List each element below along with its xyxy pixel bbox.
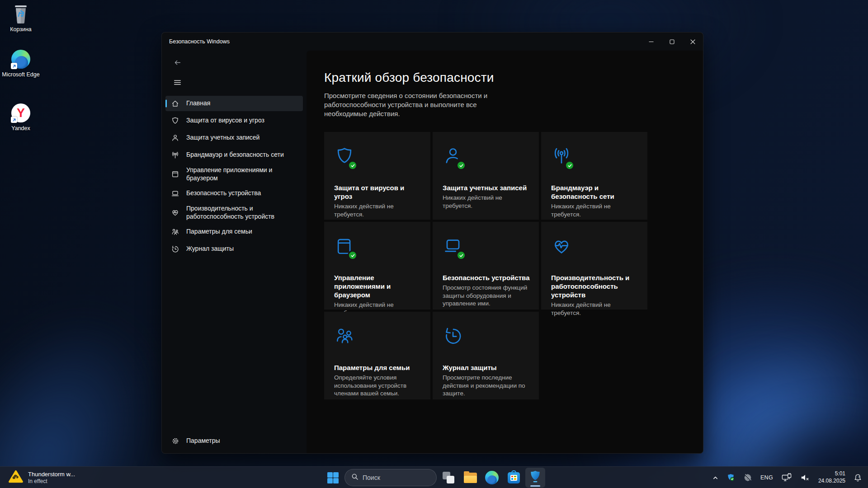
menu-button[interactable] [170, 75, 184, 89]
history-icon [443, 341, 463, 348]
ok-check-icon [348, 250, 358, 260]
tray-notification-bell-icon[interactable]: z [850, 469, 865, 487]
selection-indicator [165, 100, 167, 108]
sidebar-item-app-browser-control[interactable]: Управление приложениями и браузером [165, 164, 303, 184]
weather-widget-status: In effect [28, 478, 75, 484]
task-view-icon [443, 472, 454, 483]
ok-check-icon [456, 160, 466, 170]
tray-clock[interactable]: 5:01 24.08.2025 [815, 469, 849, 487]
store-button[interactable] [504, 468, 524, 488]
app-browser-icon [171, 170, 179, 178]
desktop: { "desktop": { "icons": [ { "label": "Ко… [0, 0, 868, 488]
file-explorer-button[interactable] [460, 468, 480, 488]
desktop-icon-label: Yandex [11, 125, 30, 131]
sidebar-item-account-protection[interactable]: Защита учетных записей [165, 130, 303, 145]
card-family-options[interactable]: Параметры для семьи Определяйте условия … [324, 312, 430, 399]
desktop-icon-yandex[interactable]: Y Yandex [0, 103, 42, 131]
titlebar[interactable]: Безопасность Windows [162, 33, 703, 51]
sidebar-item-device-health[interactable]: Производительность и работоспособность у… [165, 203, 303, 222]
shield-icon [334, 161, 355, 169]
tray-language-indicator[interactable]: ENG [757, 469, 776, 487]
ok-check-icon [348, 160, 358, 170]
page-title: Краткий обзор безопасности [324, 70, 703, 85]
windows-security-button[interactable] [525, 468, 545, 488]
maximize-button[interactable] [661, 33, 682, 50]
ok-check-icon [456, 250, 466, 260]
sidebar-item-protection-history[interactable]: Журнал защиты [165, 241, 303, 257]
card-description: Никаких действий не требуется. [334, 202, 421, 218]
sidebar-item-label: Управление приложениями и браузером [186, 166, 275, 182]
store-icon [508, 472, 520, 483]
weather-warning-icon [8, 470, 24, 485]
card-title: Журнал защиты [443, 363, 530, 372]
sidebar-item-device-security[interactable]: Безопасность устройства [165, 186, 303, 201]
task-view-button[interactable] [439, 468, 458, 488]
card-firewall[interactable]: Брандмауэр и безопасность сети Никаких д… [541, 132, 647, 220]
sidebar-item-label: Производительность и работоспособность у… [186, 205, 275, 221]
app-browser-icon [334, 251, 355, 258]
sidebar-item-label: Защита учетных записей [186, 134, 259, 142]
start-button[interactable] [323, 468, 343, 488]
card-description: Определяйте условия использования устрой… [334, 374, 421, 398]
search-input[interactable] [363, 474, 426, 481]
sidebar-item-home[interactable]: Главная [165, 96, 303, 111]
card-description: Никаких действий не требуется. [551, 202, 638, 218]
desktop-icon-edge[interactable]: Microsoft Edge [0, 49, 42, 78]
family-icon [334, 341, 355, 348]
history-icon [171, 245, 179, 253]
tray-muted-speaker-icon[interactable] [797, 469, 813, 487]
shield-icon [171, 117, 179, 125]
recycle-bin-icon [10, 4, 31, 24]
sidebar-item-family-options[interactable]: Параметры для семьи [165, 224, 303, 239]
ok-check-icon [565, 160, 575, 170]
main-content: Краткий обзор безопасности Просмотрите с… [307, 51, 703, 453]
windows-security-window: Безопасность Windows [161, 32, 703, 454]
weather-widget-title: Thunderstorm w... [28, 471, 75, 478]
card-device-security[interactable]: Безопасность устройства Просмотр состоян… [433, 222, 539, 310]
tray-no-internet-icon[interactable] [740, 469, 755, 487]
tray-hardware-icon[interactable] [778, 469, 795, 487]
gear-icon [171, 437, 179, 446]
svg-text:z: z [859, 475, 860, 478]
health-icon [551, 251, 572, 258]
close-button[interactable] [682, 33, 703, 50]
tray-chevron-up-icon[interactable] [709, 469, 722, 487]
sidebar-nav: Главная Защита от вирусов и угроз Защита… [165, 96, 303, 257]
health-icon [171, 208, 179, 217]
sidebar-item-settings[interactable]: Параметры [165, 433, 303, 449]
system-tray: ENG 5:01 24.08.2025 [709, 467, 865, 488]
card-virus-protection[interactable]: Защита от вирусов и угроз Никаких действ… [324, 132, 430, 220]
minimize-button[interactable] [641, 33, 661, 50]
account-icon [443, 161, 463, 169]
card-title: Брандмауэр и безопасность сети [551, 183, 619, 201]
card-app-browser-control[interactable]: Управление приложениями и браузером Ника… [324, 222, 430, 310]
taskbar-search[interactable] [344, 469, 437, 486]
desktop-icon-label: Microsoft Edge [2, 71, 39, 78]
card-protection-history[interactable]: Журнал защиты Просмотрите последние дейс… [433, 312, 539, 399]
file-explorer-icon [464, 473, 477, 483]
edge-button[interactable] [482, 468, 502, 488]
sidebar: Главная Защита от вирусов и угроз Защита… [162, 51, 307, 453]
card-device-health[interactable]: Производительность и работоспособность у… [541, 222, 647, 310]
sidebar-item-label: Безопасность устройства [186, 189, 261, 197]
card-title: Управление приложениями и браузером [334, 273, 400, 299]
tray-time: 5:01 [835, 470, 845, 478]
weather-widget[interactable]: Thunderstorm w... In effect [3, 467, 80, 488]
defender-icon [529, 470, 542, 485]
card-account-protection[interactable]: Защита учетных записей Никаких действий … [433, 132, 539, 220]
page-subtitle: Просмотрите сведения о состоянии безопас… [324, 91, 505, 118]
edge-icon [10, 49, 31, 70]
card-description: Просмотрите последние действия и рекомен… [443, 374, 530, 398]
sidebar-item-label: Защита от вирусов и угроз [186, 117, 264, 125]
back-button[interactable] [170, 55, 184, 70]
tray-date: 24.08.2025 [818, 478, 845, 485]
sidebar-item-label: Параметры [186, 437, 220, 445]
desktop-icon-recycle-bin[interactable]: Корзина [0, 4, 42, 33]
sidebar-item-label: Брандмауэр и безопасность сети [186, 151, 284, 159]
tray-defender-ok-icon[interactable] [723, 469, 738, 487]
sidebar-item-virus-protection[interactable]: Защита от вирусов и угроз [165, 113, 303, 128]
card-title: Производительность и работоспособность у… [551, 273, 638, 299]
device-icon [171, 189, 179, 198]
firewall-icon [551, 161, 572, 169]
sidebar-item-firewall[interactable]: Брандмауэр и безопасность сети [165, 147, 303, 163]
